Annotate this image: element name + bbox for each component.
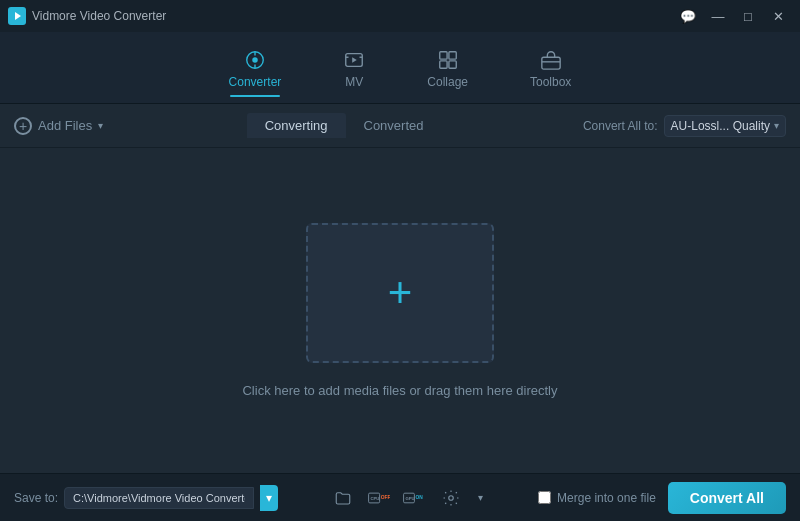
- app-icon: [8, 7, 26, 25]
- svg-rect-12: [449, 60, 456, 67]
- converter-icon: [244, 49, 266, 71]
- toolbox-icon: [540, 49, 562, 71]
- nav-label-collage: Collage: [427, 75, 468, 89]
- merge-checkbox[interactable]: [538, 491, 551, 504]
- drop-hint: Click here to add media files or drag th…: [242, 383, 557, 398]
- save-to-section: Save to: ▾: [14, 485, 278, 511]
- svg-point-3: [252, 57, 258, 63]
- svg-text:GPU: GPU: [405, 495, 414, 500]
- close-button[interactable]: ✕: [764, 5, 792, 27]
- merge-section: Merge into one file: [538, 491, 656, 505]
- settings-dropdown-button[interactable]: ▾: [473, 484, 487, 512]
- mv-icon: [343, 49, 365, 71]
- format-value: AU-Lossl... Quality: [671, 119, 770, 133]
- tab-converting[interactable]: Converting: [247, 113, 346, 138]
- nav-item-toolbox[interactable]: Toolbox: [514, 43, 587, 93]
- format-dropdown[interactable]: AU-Lossl... Quality ▾: [664, 115, 786, 137]
- convert-all-to: Convert All to: AU-Lossl... Quality ▾: [583, 115, 786, 137]
- cpu-off-button[interactable]: CPU OFF: [365, 484, 393, 512]
- convert-tabs: Converting Converted: [247, 113, 442, 138]
- settings-icon: [442, 489, 460, 507]
- title-bar: Vidmore Video Converter 💬 — □ ✕: [0, 0, 800, 32]
- tab-converted[interactable]: Converted: [346, 113, 442, 138]
- cpu-off-icon: CPU OFF: [368, 488, 390, 508]
- add-files-dropdown-button[interactable]: ▾: [96, 116, 105, 135]
- drop-zone[interactable]: +: [306, 223, 494, 363]
- main-content: + Click here to add media files or drag …: [0, 148, 800, 473]
- svg-rect-9: [439, 51, 446, 58]
- title-bar-controls: 💬 — □ ✕: [674, 5, 792, 27]
- nav-label-toolbox: Toolbox: [530, 75, 571, 89]
- plus-icon: +: [388, 272, 413, 314]
- toolbar-left: + Add Files ▾: [14, 113, 105, 139]
- app-title: Vidmore Video Converter: [32, 9, 166, 23]
- bottom-right: Merge into one file Convert All: [538, 482, 786, 514]
- nav-item-mv[interactable]: MV: [327, 43, 381, 93]
- svg-text:CPU: CPU: [371, 495, 380, 500]
- svg-rect-13: [542, 57, 560, 69]
- svg-text:ON: ON: [416, 494, 424, 499]
- save-path-input[interactable]: [64, 487, 254, 509]
- add-files-button[interactable]: + Add Files: [14, 113, 96, 139]
- nav-item-converter[interactable]: Converter: [213, 43, 298, 93]
- svg-point-21: [449, 495, 454, 500]
- nav-bar: Converter MV Collage Toolbox: [0, 32, 800, 104]
- nav-label-mv: MV: [345, 75, 363, 89]
- nav-item-collage[interactable]: Collage: [411, 43, 484, 93]
- add-files-icon: +: [14, 117, 32, 135]
- merge-label: Merge into one file: [557, 491, 656, 505]
- chat-button[interactable]: 💬: [674, 5, 702, 27]
- folder-icon: [334, 489, 352, 507]
- save-to-label: Save to:: [14, 491, 58, 505]
- svg-rect-10: [449, 51, 456, 58]
- toolbar: + Add Files ▾ Converting Converted Conve…: [0, 104, 800, 148]
- bottom-icons: CPU OFF GPU ON ▾: [329, 484, 487, 512]
- nav-label-converter: Converter: [229, 75, 282, 89]
- collage-icon: [437, 49, 459, 71]
- svg-text:OFF: OFF: [381, 494, 390, 499]
- svg-rect-11: [439, 60, 446, 67]
- gpu-on-icon: GPU ON: [403, 488, 427, 508]
- convert-all-to-label: Convert All to:: [583, 119, 658, 133]
- maximize-button[interactable]: □: [734, 5, 762, 27]
- convert-all-button[interactable]: Convert All: [668, 482, 786, 514]
- settings-button[interactable]: [437, 484, 465, 512]
- open-folder-button[interactable]: [329, 484, 357, 512]
- minimize-button[interactable]: —: [704, 5, 732, 27]
- bottom-bar: Save to: ▾ CPU OFF GPU ON: [0, 473, 800, 521]
- add-files-label: Add Files: [38, 118, 92, 133]
- gpu-on-button[interactable]: GPU ON: [401, 484, 429, 512]
- format-dropdown-arrow: ▾: [774, 120, 779, 131]
- title-bar-left: Vidmore Video Converter: [8, 7, 166, 25]
- save-path-dropdown-button[interactable]: ▾: [260, 485, 278, 511]
